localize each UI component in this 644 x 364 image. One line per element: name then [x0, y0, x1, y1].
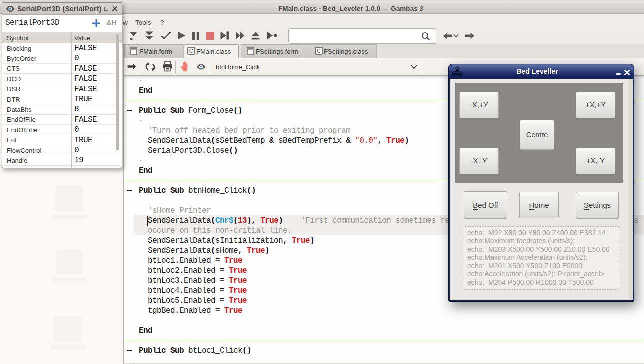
- svg-text:C: C: [189, 48, 193, 54]
- svg-text:C: C: [317, 48, 321, 54]
